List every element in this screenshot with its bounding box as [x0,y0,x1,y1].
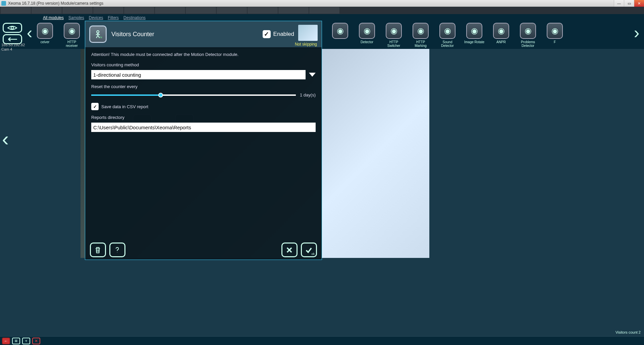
save-csv-label: Save data in CSV report [101,104,148,109]
arrow-left-icon [7,37,17,42]
browser-tab[interactable] [155,7,185,14]
module-label: Sound Detector [437,40,458,48]
visitors-counter-dialog: +N Visitors Counter ✓ Enabled Not skippi… [85,21,322,260]
module-icon: ◉ [413,23,429,39]
dialog-preview-thumbnail [298,25,318,41]
module-menu: All modules Samples Devices Filters Dest… [0,14,644,21]
ok-button[interactable]: ok [301,243,317,257]
save-csv-checkbox[interactable]: ✓ [91,103,99,110]
menu-devices[interactable]: Devices [89,15,103,20]
view-mode-button[interactable] [3,23,22,33]
close-button[interactable]: ✕ [634,0,644,7]
module-icon: ◉ [547,23,563,39]
camera-view-right[interactable] [322,49,429,258]
toolbar-module[interactable]: ◉Sound Detector [437,23,458,48]
camera-name: Cam 4 [1,47,25,52]
reset-counter-label: Reset the counter every [91,84,316,89]
browser-tab[interactable] [248,7,278,14]
menu-filters[interactable]: Filters [108,15,119,20]
reports-directory-input[interactable] [91,123,316,132]
browser-tab[interactable] [93,7,123,14]
browser-tab[interactable] [124,7,154,14]
toolbar-module[interactable]: ◉Problems Detector [517,23,539,48]
question-icon [113,246,121,254]
browser-tab[interactable] [62,7,93,14]
module-icon: ◉ [359,23,375,39]
svg-point-0 [97,31,99,33]
module-icon: ◉ [37,23,53,39]
person-counter-icon: +N [93,29,103,39]
eye-icon [7,25,17,30]
bottom-back-button[interactable]: ← [2,338,10,344]
browser-tab[interactable] [278,7,309,14]
module-icon: ◉ [520,23,536,39]
toolbar-prev-button[interactable]: ‹ [25,23,34,42]
module-label: HTTP Switcher [383,40,405,48]
close-icon [285,246,293,254]
reset-interval-slider[interactable] [91,94,296,96]
bottom-delete-button[interactable]: ✕ [32,338,40,344]
module-icon: ◉ [332,23,348,39]
module-label: Problems Detector [517,40,539,48]
module-label: Image Rotate [464,40,484,44]
help-button[interactable] [109,243,125,257]
dialog-title: Visitors Counter [111,31,154,38]
module-label: Detector [361,40,373,44]
camera-ip: 185.53.192.82 [1,43,25,47]
counting-method-select[interactable] [91,70,306,79]
trash-icon [94,246,102,254]
visitors-count-label: Visitors count 2 [615,330,641,334]
enabled-checkbox[interactable]: ✓ [263,30,271,38]
module-label: F [554,40,556,44]
toolbar-module[interactable]: ◉ [329,23,351,40]
browser-tab[interactable] [32,7,62,14]
browser-tab[interactable] [186,7,216,14]
module-label: HTTP Marking [410,40,431,48]
toolbar-module[interactable]: ◉Detector [356,23,378,44]
enabled-label: Enabled [273,31,294,38]
counting-method-label: Visitors counting method [91,62,316,67]
cancel-button[interactable] [281,243,298,257]
browser-tab-strip [0,7,644,14]
reset-interval-value: 1 day(s) [300,92,316,97]
camera-info: 185.53.192.82 Cam 4 [1,43,25,52]
bottom-add-button[interactable]: + [22,338,30,344]
minimize-button[interactable]: — [614,0,624,7]
dialog-footer: ok [85,240,322,260]
module-icon: ◉ [64,23,80,39]
bottom-list-button[interactable] [12,338,20,344]
toolbar-module[interactable]: ◉ceiver [34,23,56,44]
toolbar-module[interactable]: ◉ANPR [490,23,512,44]
browser-tab[interactable] [217,7,247,14]
dropdown-arrow-icon[interactable] [309,73,316,77]
toolbar-next-button[interactable]: › [632,23,641,42]
reports-directory-label: Reports directory [91,115,316,120]
module-label: ANPR [496,40,506,44]
toolbar-module[interactable]: ◉HTTP Switcher [383,23,405,48]
dialog-header: +N Visitors Counter ✓ Enabled Not skippi… [85,21,322,47]
toolbar-module[interactable]: ◉HTTP Marking [410,23,431,48]
dialog-warning: Attention! This module must be connected… [91,52,316,57]
maximize-button[interactable]: ▭ [624,0,634,7]
toolbar-module[interactable]: ◉HTTP receiver [61,23,83,48]
toolbar-module[interactable]: ◉F [544,23,566,44]
list-icon [14,339,18,343]
module-icon: ◉ [439,23,455,39]
module-icon: ◉ [386,23,402,39]
bottom-toolbar: ← + ✕ [0,336,644,345]
ok-label: ok [311,252,315,256]
menu-destinations[interactable]: Destinations [123,15,146,20]
module-label: ceiver [41,40,50,44]
menu-samples[interactable]: Samples [68,15,84,20]
app-logo-icon [1,1,6,6]
dialog-body: Attention! This module must be connected… [85,47,322,240]
prev-camera-button[interactable]: ‹ [2,127,9,150]
delete-button[interactable] [90,243,106,257]
browser-tab[interactable] [1,7,31,14]
toolbar-module[interactable]: ◉Image Rotate [464,23,485,44]
module-icon: ◉ [466,23,482,39]
dialog-status: Not skipping [295,42,317,47]
menu-all-modules[interactable]: All modules [43,15,64,20]
browser-tab[interactable] [309,7,339,14]
svg-text:+N: +N [99,37,102,39]
